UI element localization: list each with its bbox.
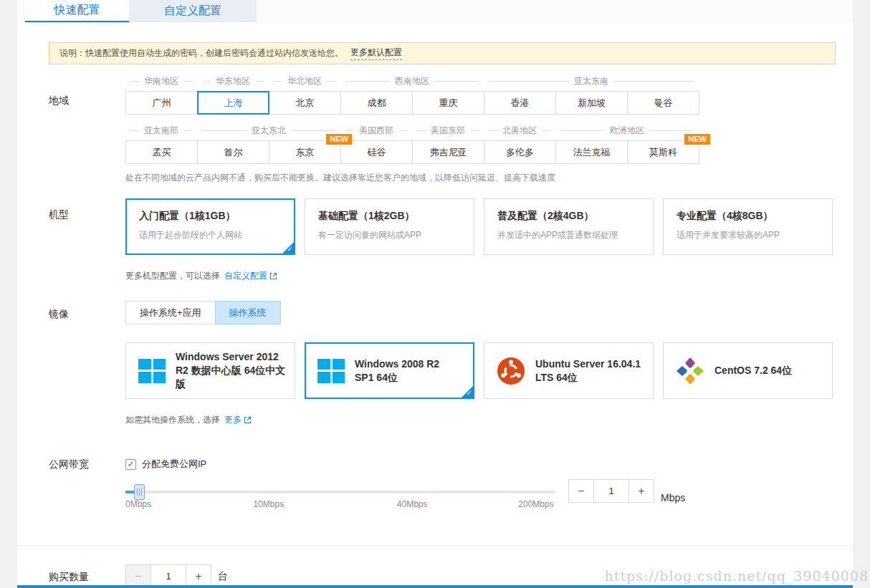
check-icon: ✓ — [127, 459, 134, 469]
os-more-line: 如需其他操作系统，选择 更多 — [125, 414, 836, 426]
image-label: 镜像 — [49, 301, 125, 426]
toggle-os-plus-app[interactable]: 操作系统+应用 — [125, 301, 216, 324]
instance-card-starter[interactable]: 入门配置（1核1GB） 适用于起步阶段的个人网站 ✓ — [125, 198, 295, 255]
instance-type-label: 机型 — [49, 198, 125, 282]
bandwidth-stepper: − + — [568, 479, 654, 503]
bandwidth-label: 公网带宽 — [49, 458, 125, 512]
region-group-europe: 欧洲地区 — [555, 125, 699, 137]
custom-config-link-label: 自定义配置 — [224, 270, 267, 282]
bandwidth-value-input[interactable] — [594, 479, 628, 503]
instance-card-desc: 适用于起步阶段的个人网站 — [139, 229, 282, 241]
external-link-icon — [244, 416, 252, 424]
region-button-guangzhou[interactable]: 广州 — [125, 91, 198, 115]
more-os-link[interactable]: 更多 — [224, 414, 252, 426]
region-button-bangkok[interactable]: 曼谷 — [627, 91, 699, 115]
os-card-win2008[interactable]: Windows 2008 R2 SP1 64位 ✓ — [305, 342, 474, 399]
region-label: 地域 — [49, 75, 125, 184]
bandwidth-minus-button[interactable]: − — [568, 479, 594, 503]
purchase-page: 快速配置 自定义配置 说明：快速配置使用自动生成的密码，创建后密码会通过站内信发… — [17, 0, 853, 588]
bandwidth-control-row: 0Mbps 10Mbps 40Mbps 200Mbps − + Mbps — [125, 479, 836, 512]
region-group-row-2: 亚太南部 亚太东北 美国西部 美国东部 北美地区 欧洲地区 — [125, 125, 836, 136]
os-card-centos[interactable]: CentOS 7.2 64位 — [663, 342, 833, 399]
instance-card-title: 专业配置（4核8GB） — [677, 210, 819, 223]
slider-tick-1: 10Mbps — [253, 499, 284, 509]
os-card-title: CentOS 7.2 64位 — [714, 364, 798, 377]
region-group-east-china: 华东地区 — [197, 75, 269, 87]
notice-banner: 说明：快速配置使用自动生成的密码，创建后密码会通过站内信发送给您。 更多默认配置 — [49, 42, 836, 64]
instance-card-title: 普及配置（2核4GB） — [497, 210, 640, 223]
free-ip-check-row: ✓ 分配免费公网IP — [125, 458, 836, 471]
image-section: 镜像 操作系统+应用 操作系统 Windows Server 2012 R2 数… — [49, 301, 836, 426]
windows-logo-icon — [317, 359, 345, 383]
image-toggle-row: 操作系统+应用 操作系统 — [125, 301, 836, 324]
region-button-chengdu[interactable]: 成都 — [340, 91, 413, 115]
region-button-shanghai[interactable]: 上海 — [197, 91, 269, 115]
selected-check-icon: ✓ — [287, 245, 293, 254]
region-button-virginia[interactable]: 弗吉尼亚 — [412, 140, 484, 164]
instance-type-section: 机型 入门配置（1核1GB） 适用于起步阶段的个人网站 ✓ 基础配置（1核2GB… — [49, 198, 836, 282]
instance-card-title: 基础配置（1核2GB） — [318, 210, 461, 223]
region-button-row-2: 孟买 首尔 东京 NEW 硅谷 弗吉尼亚 多伦多 法兰克福 莫斯科 NEW — [125, 140, 836, 164]
slider-tick-0: 0Mbps — [125, 499, 151, 509]
external-link-icon — [269, 272, 277, 280]
instance-more-line: 更多机型配置，可以选择 自定义配置 — [125, 270, 836, 282]
region-help-text: 处在不同地域的云产品内网不通，购买后不能更换。建议选择靠近您客户的地域，以降低访… — [125, 172, 836, 184]
os-card-title: Windows Server 2012 R2 数据中心版 64位中文版 — [176, 350, 295, 391]
instance-card-desc: 并发适中的APP或普通数据处理 — [497, 229, 640, 241]
instance-card-title: 入门配置（1核1GB） — [139, 210, 282, 223]
region-button-toronto[interactable]: 多伦多 — [484, 140, 556, 164]
region-button-mumbai[interactable]: 孟买 — [125, 140, 198, 164]
slider-track[interactable] — [125, 491, 555, 493]
region-button-beijing[interactable]: 北京 — [269, 91, 341, 115]
region-button-tokyo[interactable]: 东京 NEW — [269, 140, 341, 164]
os-card-row: Windows Server 2012 R2 数据中心版 64位中文版 Wind… — [125, 342, 836, 399]
instance-card-desc: 适用于并发要求较高的APP — [677, 229, 819, 241]
region-group-south-china: 华南地区 — [125, 75, 197, 87]
slider-handle[interactable] — [134, 484, 145, 500]
os-card-title: Windows 2008 R2 SP1 64位 — [355, 357, 461, 385]
region-button-frankfurt[interactable]: 法兰克福 — [555, 140, 628, 164]
more-default-config-link[interactable]: 更多默认配置 — [350, 47, 402, 60]
instance-card-pro[interactable]: 专业配置（4核8GB） 适用于并发要求较高的APP — [663, 198, 833, 255]
region-section: 地域 华南地区 华东地区 华北地区 西南地区 亚太东南 广州 上海 北京 成都 … — [49, 75, 836, 184]
selected-check-icon: ✓ — [467, 389, 472, 397]
tab-bar: 快速配置 自定义配置 — [17, 0, 853, 22]
os-card-winserver2012[interactable]: Windows Server 2012 R2 数据中心版 64位中文版 — [125, 342, 295, 399]
instance-card-popular[interactable]: 普及配置（2核4GB） 并发适中的APP或普通数据处理 — [484, 198, 654, 255]
tab-custom-config[interactable]: 自定义配置 — [129, 0, 257, 22]
bandwidth-plus-button[interactable]: + — [628, 479, 654, 503]
slider-tick-2: 40Mbps — [397, 499, 428, 509]
slider-tick-3: 200Mbps — [518, 499, 553, 509]
region-button-seoul[interactable]: 首尔 — [197, 140, 269, 164]
region-group-us-east: 美国东部 — [412, 125, 484, 137]
free-ip-checkbox[interactable]: ✓ — [125, 459, 136, 470]
ubuntu-logo-icon — [497, 357, 525, 385]
region-button-label: 莫斯科 — [649, 146, 677, 159]
bandwidth-section: 公网带宽 ✓ 分配免费公网IP 0Mbps 10Mbps 40Mbps 200M… — [49, 458, 836, 512]
os-card-ubuntu[interactable]: Ubuntu Server 16.04.1 LTS 64位 — [484, 342, 654, 399]
footer-bar — [17, 585, 853, 588]
os-card-title: Ubuntu Server 16.04.1 LTS 64位 — [535, 357, 653, 385]
region-button-hongkong[interactable]: 香港 — [484, 91, 556, 115]
centos-logo-icon — [676, 357, 704, 385]
region-button-label: 东京 — [296, 146, 315, 159]
custom-config-link[interactable]: 自定义配置 — [224, 270, 277, 282]
toggle-os-only[interactable]: 操作系统 — [215, 301, 281, 324]
region-group-south-asia: 亚太南部 — [125, 125, 197, 137]
instance-card-desc: 有一定访问量的网站或APP — [318, 229, 461, 241]
tab-quick-config[interactable]: 快速配置 — [25, 0, 129, 22]
bandwidth-slider: 0Mbps 10Mbps 40Mbps 200Mbps — [125, 479, 555, 512]
region-group-row-1: 华南地区 华东地区 华北地区 西南地区 亚太东南 — [125, 75, 836, 87]
free-ip-checkbox-label: 分配免费公网IP — [142, 458, 206, 471]
windows-logo-icon — [138, 359, 166, 383]
notice-text: 说明：快速配置使用自动生成的密码，创建后密码会通过站内信发送给您。 — [59, 47, 343, 59]
region-button-row-1: 广州 上海 北京 成都 重庆 香港 新加坡 曼谷 — [125, 91, 836, 115]
bandwidth-unit-label: Mbps — [661, 492, 685, 503]
instance-more-text: 更多机型配置，可以选择 — [125, 270, 220, 282]
region-button-chongqing[interactable]: 重庆 — [412, 91, 484, 115]
instance-card-basic[interactable]: 基础配置（1核2GB） 有一定访问量的网站或APP — [305, 198, 474, 255]
region-button-moscow[interactable]: 莫斯科 NEW — [627, 140, 699, 164]
region-button-singapore[interactable]: 新加坡 — [555, 91, 628, 115]
more-os-link-label: 更多 — [224, 414, 242, 426]
new-badge: NEW — [326, 134, 352, 145]
